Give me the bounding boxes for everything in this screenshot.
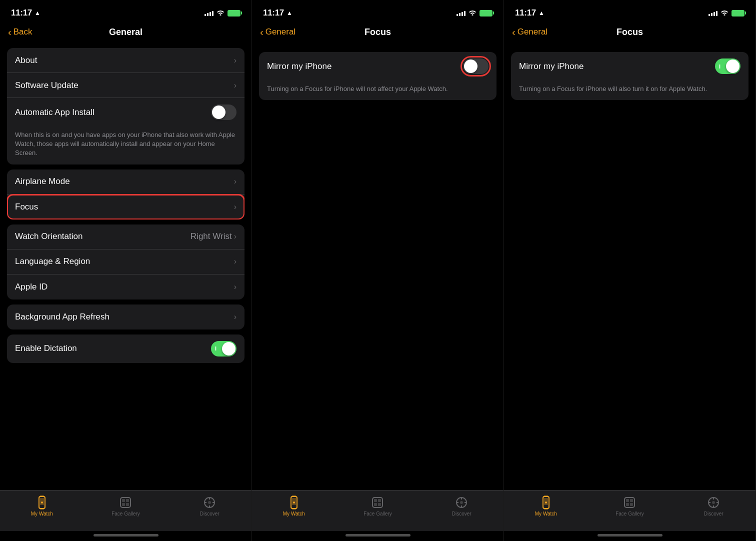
tab-face-gallery-2[interactable]: Face Gallery (362, 496, 392, 516)
airplane-mode-label: Airplane Mode (15, 176, 70, 186)
nav-bar-2: ‹ General Focus (252, 22, 504, 44)
status-icons-2 (456, 9, 492, 17)
back-button-3[interactable]: ‹ General (512, 27, 548, 37)
screen-general: 11:17 ▲ ‹ Back General (0, 0, 252, 541)
face-gallery-icon-2 (370, 496, 384, 510)
battery-icon-1 (228, 10, 240, 16)
wifi-icon-2 (468, 9, 476, 17)
auto-install-toggle-thumb (212, 106, 226, 119)
back-button-2[interactable]: ‹ General (260, 27, 296, 37)
focus-content-2: Mirror my iPhone Turning on a Focus for … (252, 44, 504, 490)
svg-rect-8 (122, 503, 125, 506)
svg-rect-28 (544, 508, 548, 510)
discover-icon-2 (454, 496, 468, 510)
screen-focus-off: 11:17 ▲ ‹ General Focus (252, 0, 504, 541)
tab-my-watch-1[interactable]: My Watch (27, 496, 57, 516)
s3-bar-2 (711, 13, 712, 16)
face-gallery-icon-3 (622, 496, 636, 510)
scroll-content-1: About › Software Update › Automatic App … (0, 44, 252, 490)
mirror-toggle-2[interactable] (463, 58, 488, 74)
watch-orientation-value: Right Wrist (190, 232, 232, 242)
enable-dictation-toggle[interactable]: I (211, 341, 236, 356)
svg-rect-30 (626, 499, 629, 502)
mirror-label-3: Mirror my iPhone (519, 62, 584, 72)
tab-discover-3[interactable]: Discover (698, 496, 728, 516)
toggle-on-label-1: I (215, 346, 216, 352)
enable-dictation-label: Enable Dictation (15, 344, 77, 354)
svg-rect-20 (374, 503, 377, 506)
s3-bar-4 (716, 11, 718, 16)
software-update-row[interactable]: Software Update › (7, 73, 244, 98)
svg-rect-5 (120, 498, 130, 508)
tab-my-watch-label-2: My Watch (283, 511, 305, 516)
signal-bar-2 (207, 13, 208, 16)
svg-rect-19 (378, 499, 381, 502)
watch-orientation-right: Right Wrist › (190, 232, 236, 242)
back-chevron-2: ‹ (260, 27, 264, 37)
s2-bar-4 (464, 11, 466, 16)
about-row[interactable]: About › (7, 48, 244, 73)
home-indicator-3 (504, 531, 756, 541)
nav-bar-1: ‹ Back General (0, 22, 252, 44)
tab-discover-1[interactable]: Discover (194, 496, 224, 516)
airplane-mode-row[interactable]: Airplane Mode › (7, 170, 244, 194)
svg-rect-15 (292, 496, 296, 497)
tab-bar-3: My Watch Face Gallery Discover (504, 490, 756, 531)
enable-dictation-thumb (222, 342, 236, 356)
nav-title-2: Focus (364, 27, 391, 38)
software-update-chevron: › (234, 81, 236, 90)
svg-rect-9 (126, 503, 129, 506)
svg-point-2 (41, 502, 43, 504)
tab-my-watch-label-1: My Watch (31, 511, 53, 516)
focus-content-3: Mirror my iPhone I Turning on a Focus fo… (504, 44, 756, 490)
apple-id-row[interactable]: Apple ID › (7, 274, 244, 300)
about-label: About (15, 56, 37, 66)
battery-icon-2 (480, 10, 492, 16)
back-button-1[interactable]: ‹ Back (8, 27, 32, 37)
settings-group-3: Watch Orientation Right Wrist › Language… (7, 224, 244, 300)
mirror-row-2: Mirror my iPhone (259, 52, 496, 80)
location-icon-1: ▲ (34, 10, 40, 16)
svg-rect-3 (40, 496, 44, 497)
tab-face-gallery-label-3: Face Gallery (616, 511, 644, 516)
svg-rect-7 (126, 499, 129, 502)
screen-focus-on: 11:17 ▲ ‹ General Focus (504, 0, 756, 541)
tab-my-watch-2[interactable]: My Watch (279, 496, 309, 516)
signal-bars-3 (708, 10, 718, 16)
svg-point-26 (545, 502, 547, 504)
status-icons-1 (204, 9, 240, 17)
signal-bar-1 (204, 14, 206, 16)
settings-group-5: Enable Dictation I (7, 334, 244, 363)
location-icon-3: ▲ (538, 10, 544, 16)
mirror-row-3: Mirror my iPhone I (511, 52, 748, 80)
s2-bar-1 (456, 14, 458, 16)
auto-install-toggle[interactable] (211, 104, 236, 120)
svg-rect-21 (378, 503, 381, 506)
wifi-icon-3 (720, 9, 728, 17)
tab-my-watch-3[interactable]: My Watch (531, 496, 561, 516)
watch-orientation-row[interactable]: Watch Orientation Right Wrist › (7, 224, 244, 250)
back-chevron-3: ‹ (512, 27, 516, 37)
mirror-toggle-thumb-3 (726, 60, 740, 73)
background-refresh-row[interactable]: Background App Refresh › (7, 304, 244, 330)
svg-rect-17 (372, 498, 382, 508)
focus-row[interactable]: Focus › (7, 194, 244, 220)
tab-discover-2[interactable]: Discover (446, 496, 476, 516)
mirror-toggle-3[interactable]: I (715, 58, 740, 74)
svg-rect-6 (122, 499, 125, 502)
software-update-label: Software Update (15, 80, 78, 90)
focus-chevron: › (234, 202, 236, 212)
signal-bar-4 (212, 11, 214, 16)
language-region-row[interactable]: Language & Region › (7, 250, 244, 274)
status-icons-3 (708, 9, 744, 17)
watch-orientation-label: Watch Orientation (15, 232, 82, 242)
svg-rect-33 (630, 503, 633, 506)
discover-icon-3 (706, 496, 720, 510)
tab-face-gallery-3[interactable]: Face Gallery (614, 496, 644, 516)
home-bar-1 (94, 534, 158, 536)
airplane-mode-chevron: › (234, 177, 236, 186)
mirror-description-2: Turning on a Focus for iPhone will not a… (259, 80, 496, 100)
my-watch-icon-1 (35, 496, 49, 510)
status-time-2: 11:17 (263, 8, 284, 18)
tab-face-gallery-1[interactable]: Face Gallery (110, 496, 140, 516)
